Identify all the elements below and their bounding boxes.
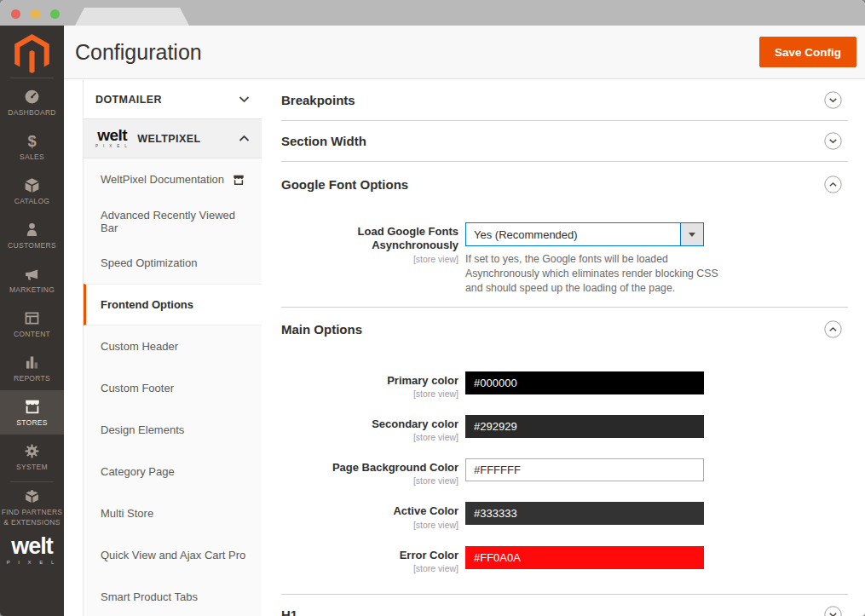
magento-logo-icon[interactable] xyxy=(0,26,64,75)
primary-color-input[interactable] xyxy=(465,371,704,394)
dropdown-arrow-icon[interactable] xyxy=(680,223,703,245)
chevron-down-icon xyxy=(239,95,250,103)
config-item-speed-optimization[interactable]: Speed Optimization xyxy=(84,242,262,284)
config-item-quick-view-ajax-cart-pro[interactable]: Quick View and Ajax Cart Pro xyxy=(84,534,262,576)
sidebar-item-reports[interactable]: REPORTS xyxy=(0,346,64,390)
section-h1: H1 xyxy=(281,595,848,616)
config-item-design-elements[interactable]: Design Elements xyxy=(84,409,262,451)
page-header: Configuration Save Config xyxy=(64,26,865,79)
select-value: Yes (Recommended) xyxy=(466,223,680,245)
page-title: Configuration xyxy=(75,40,202,65)
svg-text:$: $ xyxy=(27,132,36,150)
field-scope: [store view] xyxy=(281,475,458,486)
field-scope: [store view] xyxy=(281,563,458,573)
content-icon xyxy=(23,309,41,327)
expand-section-icon[interactable] xyxy=(824,132,842,150)
field-scope: [store view] xyxy=(281,520,458,530)
section-header-section-width[interactable]: Section Width xyxy=(281,121,848,161)
config-main-panel: Breakpoints Section Width Google Font Op… xyxy=(281,80,848,616)
field-label-error-color: Error Color xyxy=(281,549,458,562)
application-window: DASHBOARD $ SALES CATALOG xyxy=(0,0,865,616)
system-icon xyxy=(23,442,41,460)
load-google-fonts-select[interactable]: Yes (Recommended) xyxy=(465,222,704,246)
config-item-custom-footer[interactable]: Custom Footer xyxy=(84,367,262,409)
field-scope: [store view] xyxy=(281,432,458,442)
sidebar-item-marketing[interactable]: MARKETING xyxy=(0,257,64,302)
config-item-weltpixel-documentation[interactable]: WeltPixel Documentation xyxy=(84,158,262,200)
section-google-font-options: Google Font Options Load Google Fonts As… xyxy=(281,162,848,308)
minimize-window-button[interactable] xyxy=(31,9,40,19)
sidebar-divider xyxy=(10,78,54,78)
config-group-weltpixel[interactable]: welt P I X E L WELTPIXEL xyxy=(84,119,262,158)
page-background-color-input[interactable] xyxy=(465,458,704,481)
config-item-custom-header[interactable]: Custom Header xyxy=(84,325,262,367)
reports-icon xyxy=(23,354,41,371)
section-main-options: Main Options Primary color [store view] xyxy=(281,308,848,595)
secondary-color-input[interactable] xyxy=(465,415,704,438)
sidebar-item-dashboard[interactable]: DASHBOARD xyxy=(0,80,64,124)
section-header-breakpoints[interactable]: Breakpoints xyxy=(281,80,848,120)
browser-titlebar xyxy=(0,0,865,26)
sidebar-divider xyxy=(10,481,54,482)
section-header-main-options[interactable]: Main Options xyxy=(281,308,848,352)
sidebar-item-stores[interactable]: STORES xyxy=(0,390,64,435)
extensions-icon xyxy=(23,487,41,505)
weltpixel-sidebar-logo[interactable]: welt P I X E L xyxy=(0,535,64,565)
config-group-dotmailer[interactable]: DOTMAILER xyxy=(84,80,262,119)
sales-icon: $ xyxy=(23,132,41,150)
config-item-multi-store[interactable]: Multi Store xyxy=(84,492,262,534)
expand-section-icon[interactable] xyxy=(824,91,842,109)
config-item-smart-product-tabs[interactable]: Smart Product Tabs xyxy=(84,576,262,616)
section-section-width: Section Width xyxy=(281,121,848,162)
marketing-icon xyxy=(23,265,41,283)
section-header-h1[interactable]: H1 xyxy=(281,595,848,616)
zoom-window-button[interactable] xyxy=(50,9,60,19)
collapse-section-icon[interactable] xyxy=(824,320,842,338)
stores-icon xyxy=(23,397,42,416)
field-label-page-background-color: Page Background Color xyxy=(281,461,458,475)
field-label-secondary-color: Secondary color xyxy=(281,417,458,431)
marketplace-icon xyxy=(232,174,245,186)
field-scope: [store view] xyxy=(281,254,458,264)
dashboard-icon xyxy=(23,88,41,106)
sidebar-item-sales[interactable]: $ SALES xyxy=(0,124,64,169)
catalog-icon xyxy=(23,176,41,194)
save-config-button[interactable]: Save Config xyxy=(759,37,856,67)
config-item-advanced-recently-viewed-bar[interactable]: Advanced Recently Viewed Bar xyxy=(84,200,262,242)
config-item-frontend-options[interactable]: Frontend Options xyxy=(84,284,262,325)
section-breakpoints: Breakpoints xyxy=(281,80,848,121)
active-color-input[interactable] xyxy=(465,502,704,525)
error-color-input[interactable] xyxy=(465,546,704,569)
field-note: If set to yes, the Google fonts will be … xyxy=(465,252,738,296)
collapse-section-icon[interactable] xyxy=(824,176,842,193)
config-item-list: WeltPixel Documentation Advanced Recentl… xyxy=(84,158,262,616)
field-label-primary-color: Primary color xyxy=(281,374,458,388)
field-label-load-google-fonts: Load Google Fonts Asynchronously xyxy=(281,225,458,253)
expand-section-icon[interactable] xyxy=(824,606,842,616)
weltpixel-nav-logo: welt P I X E L xyxy=(95,129,129,147)
customers-icon xyxy=(23,221,41,239)
field-scope: [store view] xyxy=(281,389,458,399)
chevron-up-icon xyxy=(239,135,250,142)
sidebar-item-system[interactable]: SYSTEM xyxy=(0,435,64,479)
sidebar-item-content[interactable]: CONTENT xyxy=(0,302,64,346)
sidebar-item-find-partners-extensions[interactable]: FIND PARTNERS & EXTENSIONS xyxy=(0,484,64,530)
sidebar-item-catalog[interactable]: CATALOG xyxy=(0,169,64,213)
config-section-nav: DOTMAILER welt P I X E L WELTPIXEL WeltP… xyxy=(83,80,262,616)
config-item-category-page[interactable]: Category Page xyxy=(84,451,262,492)
admin-sidebar: DASHBOARD $ SALES CATALOG xyxy=(0,26,64,616)
section-header-google-font-options[interactable]: Google Font Options xyxy=(281,162,848,206)
field-label-active-color: Active Color xyxy=(281,504,458,518)
sidebar-item-customers[interactable]: CUSTOMERS xyxy=(0,213,64,257)
close-window-button[interactable] xyxy=(11,9,20,19)
browser-tab[interactable] xyxy=(75,8,189,26)
